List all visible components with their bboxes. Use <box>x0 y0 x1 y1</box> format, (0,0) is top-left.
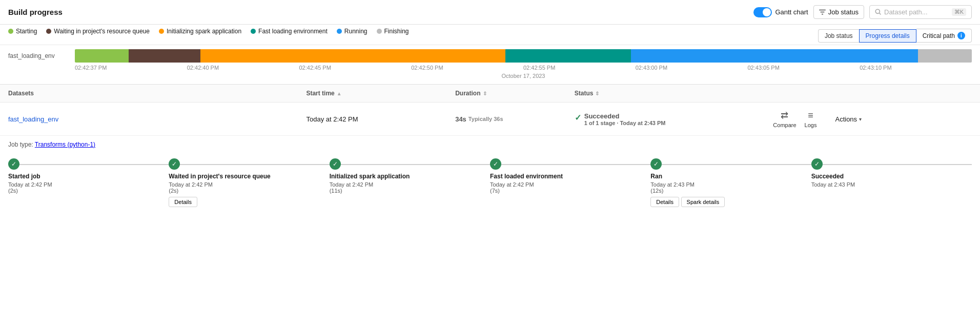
gantt-segment-starting <box>75 49 129 63</box>
status-sub: 1 of 1 stage · Today at 2:43 PM <box>584 120 666 126</box>
step-1-check-icon: ✓ <box>169 158 180 170</box>
legend-item-initializing: Initializing spark application <box>159 28 241 35</box>
tab-critical-path[interactable]: Critical path i <box>916 29 972 43</box>
timeline-tick-7: 02:43:10 PM <box>860 65 972 71</box>
gantt-bar <box>75 49 972 63</box>
step-0-duration: (2s) <box>8 188 169 194</box>
legend-item-starting: Starting <box>8 28 37 35</box>
search-placeholder-text: Dataset path... <box>884 8 928 16</box>
step-0-time: Today at 2:42 PM <box>8 181 169 188</box>
col-header-starttime[interactable]: Start time ▲ <box>306 90 455 97</box>
legend-item-fast-loading: Fast loading environment <box>251 28 328 35</box>
step-3-check-icon: ✓ <box>490 158 501 170</box>
sort-starttime-icon: ▲ <box>337 91 342 96</box>
step-4-details-btn[interactable]: Details <box>650 197 679 207</box>
dataset-name-cell: fast_loading_env <box>8 115 306 123</box>
step-2-check-icon: ✓ <box>330 158 341 170</box>
dataset-duration-cell: 34s Typically 36s <box>455 115 575 123</box>
waiting-dot <box>46 29 51 34</box>
step-4-duration: (12s) <box>650 188 811 194</box>
legend-finishing-label: Finishing <box>384 28 409 35</box>
col-header-status[interactable]: Status ⇕ <box>575 90 773 97</box>
step-4-check-icon: ✓ <box>650 158 662 170</box>
gantt-segment-initializing <box>200 49 505 63</box>
gantt-chart-toggle[interactable] <box>753 7 772 17</box>
step-3-duration: (7s) <box>490 188 650 194</box>
finishing-dot <box>377 29 382 34</box>
step-2-duration: (11s) <box>330 188 490 194</box>
actions-dropdown-btn[interactable]: Actions ▾ <box>835 115 862 123</box>
step-3-title: Fast loaded environment <box>490 173 650 180</box>
step-1-time: Today at 2:42 PM <box>169 181 329 188</box>
step-0: ✓ Started job Today at 2:42 PM (2s) <box>8 158 169 194</box>
gantt-segment-waiting <box>129 49 200 63</box>
initializing-dot <box>159 29 164 34</box>
step-5-check-icon: ✓ <box>811 158 823 170</box>
step-0-title: Started job <box>8 173 169 180</box>
legend-item-finishing: Finishing <box>377 28 409 35</box>
svg-line-1 <box>880 13 881 15</box>
timeline-tick-2: 02:42:45 PM <box>299 65 412 71</box>
compare-btn[interactable]: ⇄ Compare <box>773 110 796 128</box>
tab-job-status[interactable]: Job status <box>818 29 859 43</box>
step-5-title: Succeeded <box>811 173 972 180</box>
step-4-spark-btn[interactable]: Spark details <box>681 197 725 207</box>
dataset-path-search[interactable]: Dataset path... ⌘K <box>869 5 972 19</box>
gantt-segment-finishing <box>918 49 972 63</box>
timeline-tick-4: 02:42:55 PM <box>523 65 636 71</box>
progress-steps: ✓ Started job Today at 2:42 PM (2s) ✓ Wa… <box>0 152 980 217</box>
timeline-date: October 17, 2023 <box>8 72 972 80</box>
timeline-tick-0: 02:42:37 PM <box>75 65 187 71</box>
legend-item-waiting: Waiting in project's resource queue <box>46 28 150 35</box>
step-1-title: Waited in project's resource queue <box>169 173 329 180</box>
sort-duration-icon: ⇕ <box>483 91 487 96</box>
col-header-datasets: Datasets <box>8 90 306 97</box>
gantt-segment-running <box>631 49 918 63</box>
step-5-time: Today at 2:43 PM <box>811 181 972 188</box>
table-header: Datasets Start time ▲ Duration ⇕ Status … <box>0 85 980 103</box>
status-text: Succeeded <box>584 112 666 120</box>
step-3-time: Today at 2:42 PM <box>490 181 650 188</box>
step-5: ✓ Succeeded Today at 2:43 PM <box>811 158 972 188</box>
timeline-tick-5: 02:43:00 PM <box>636 65 748 71</box>
job-type-value[interactable]: Transforms (python-1) <box>35 141 95 148</box>
page-title: Build progress <box>8 8 63 16</box>
logs-btn[interactable]: ≡ Logs <box>805 110 817 128</box>
step-4-time: Today at 2:43 PM <box>650 181 811 188</box>
gantt-segment-fast-loading <box>505 49 631 63</box>
step-4: ✓ Ran Today at 2:43 PM (12s) Details Spa… <box>650 158 811 207</box>
job-status-filter-btn[interactable]: Job status <box>813 5 864 19</box>
col-header-duration[interactable]: Duration ⇕ <box>455 90 575 97</box>
legend-running-label: Running <box>344 28 368 35</box>
logs-icon: ≡ <box>808 110 813 121</box>
logs-label: Logs <box>805 122 817 128</box>
step-4-title: Ran <box>650 173 811 180</box>
critical-path-label: Critical path <box>923 32 955 39</box>
gantt-chart-label: Gantt chart <box>775 8 808 16</box>
filter-icon <box>819 9 826 15</box>
sort-status-icon: ⇕ <box>595 91 599 96</box>
dataset-actions-cell: ⇄ Compare ≡ Logs Actions ▾ <box>773 110 972 128</box>
tab-progress-details[interactable]: Progress details <box>859 29 916 43</box>
legend-starting-label: Starting <box>16 28 37 35</box>
job-type-row: Job type: Transforms (python-1) <box>0 136 980 152</box>
step-2-title: Initialized spark application <box>330 173 490 180</box>
steps-line: ✓ Started job Today at 2:42 PM (2s) ✓ Wa… <box>8 158 972 207</box>
dataset-status-cell: ✓ Succeeded 1 of 1 stage · Today at 2:43… <box>575 112 773 126</box>
dataset-row: fast_loading_env Today at 2:42 PM 34s Ty… <box>0 103 980 136</box>
timeline-tick-6: 02:43:05 PM <box>748 65 860 71</box>
gantt-row-label: fast_loading_env <box>8 52 75 59</box>
step-2-time: Today at 2:42 PM <box>330 181 490 188</box>
step-3: ✓ Fast loaded environment Today at 2:42 … <box>490 158 650 194</box>
status-check-icon: ✓ <box>575 113 581 123</box>
search-shortcut: ⌘K <box>952 8 966 16</box>
info-icon: i <box>957 32 965 39</box>
running-dot <box>337 29 342 34</box>
step-1-details-btn[interactable]: Details <box>169 197 197 207</box>
filter-btn-label: Job status <box>828 8 859 16</box>
legend-initializing-label: Initializing spark application <box>167 28 241 35</box>
dataset-name-link[interactable]: fast_loading_env <box>8 115 58 123</box>
duration-typical: Typically 36s <box>468 116 503 122</box>
legend-item-running: Running <box>337 28 368 35</box>
chevron-down-icon: ▾ <box>859 116 862 122</box>
